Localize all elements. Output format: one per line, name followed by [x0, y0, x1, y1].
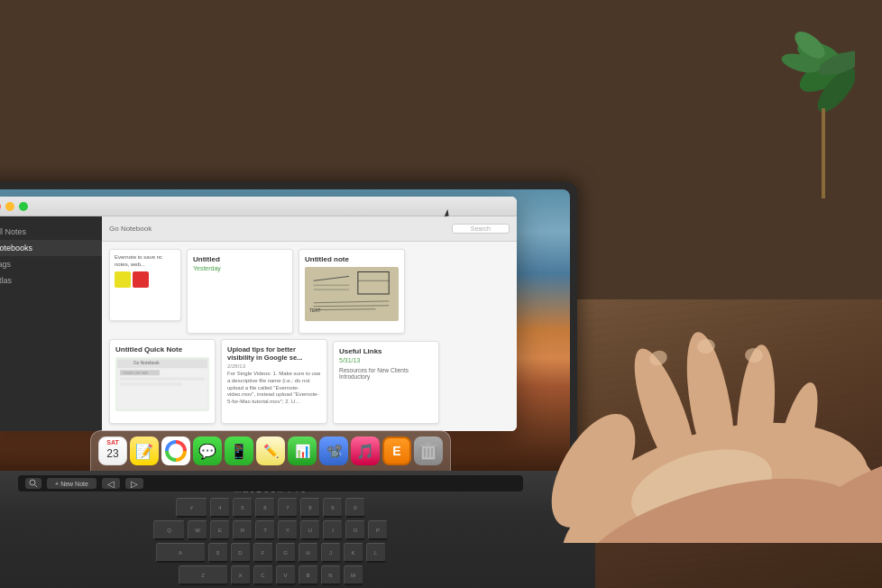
key-o[interactable]: O — [345, 520, 365, 540]
partial-note-topleft[interactable]: Evernote to save nc notes, web... — [109, 249, 181, 321]
key-0[interactable]: 0 — [345, 498, 365, 518]
toolbar-search[interactable]: Search — [452, 224, 510, 234]
key-a[interactable]: A — [156, 543, 206, 563]
key-i[interactable]: I — [323, 520, 343, 540]
key-hash[interactable]: # — [176, 498, 207, 518]
macbook-screen-outer: All Notes Notebooks Tags Atlas Go Notebo… — [0, 182, 577, 471]
sidebar-item-atlas[interactable]: Atlas — [0, 272, 102, 289]
macbook-screen-bezel: All Notes Notebooks Tags Atlas Go Notebo… — [0, 189, 570, 471]
keyboard: # 4 5 6 7 8 9 0 Q W E R T Y U I — [0, 498, 541, 588]
note-title-untitled-note: Untitled note — [305, 255, 399, 263]
note-card-quick-note[interactable]: Untitled Quick Note — [109, 339, 216, 424]
note-date-untitled: Yesterday — [193, 265, 287, 271]
svg-line-31 — [35, 485, 38, 488]
note-title-untitled: Untitled — [193, 255, 287, 263]
key-s[interactable]: S — [208, 543, 228, 563]
minimize-button[interactable] — [5, 202, 14, 211]
touch-bar-new-note[interactable]: + New Note — [47, 478, 96, 489]
note-date-upload-tips: 2/28/13 — [227, 363, 321, 369]
svg-rect-20 — [120, 382, 182, 386]
mac-dock: SAT 23 📝 — [90, 430, 451, 471]
sidebar-item-tags[interactable]: Tags — [0, 256, 102, 272]
key-n[interactable]: N — [321, 565, 341, 585]
key-b[interactable]: B — [299, 565, 318, 585]
note-date-useful-links: 5/31/13 — [339, 357, 433, 363]
key-j[interactable]: J — [321, 543, 341, 563]
key-9[interactable]: 9 — [323, 498, 343, 518]
key-f[interactable]: F — [253, 543, 273, 563]
dock-icon-facetime[interactable]: 📱 — [225, 436, 253, 465]
toolbar-view-label: Go Notebook — [109, 225, 152, 233]
svg-rect-26 — [426, 442, 431, 445]
notes-toolbar: Go Notebook Search — [102, 216, 517, 242]
plant-decoration — [765, 18, 855, 198]
key-8[interactable]: 8 — [300, 498, 320, 518]
window-titlebar — [0, 197, 517, 216]
touch-bar-search[interactable] — [25, 478, 41, 489]
sidebar-item-notebooks[interactable]: Notebooks — [0, 240, 102, 256]
dock-icon-notes[interactable]: 📝 — [130, 436, 159, 465]
key-g[interactable]: G — [276, 543, 296, 563]
svg-text:YOUR LIST WR: YOUR LIST WR — [123, 371, 148, 375]
dock-icon-notes2[interactable]: ✏️ — [256, 436, 285, 465]
key-m[interactable]: M — [344, 565, 363, 585]
note-title-useful-links: Useful Links — [339, 347, 433, 355]
dock-icon-keynote[interactable]: 📽️ — [319, 436, 348, 465]
key-7[interactable]: 7 — [278, 498, 298, 518]
touch-bar-back[interactable]: ◁ — [102, 478, 120, 489]
keyboard-row-asdf: A S D F G H J K L — [0, 543, 541, 563]
key-e[interactable]: E — [210, 520, 230, 540]
evernote-sidebar: All Notes Notebooks Tags Atlas — [0, 216, 102, 431]
key-w[interactable]: W — [188, 520, 207, 540]
key-k[interactable]: K — [344, 543, 363, 563]
key-v[interactable]: V — [276, 565, 296, 585]
dock-icon-numbers[interactable]: 📊 — [288, 436, 317, 465]
note-card-useful-links[interactable]: Useful Links 5/31/13 Resources for New C… — [333, 341, 439, 424]
touch-bar-forward[interactable]: ▷ — [125, 478, 143, 489]
keyboard-row-qwerty: Q W E R T Y U I O P — [0, 520, 541, 540]
maximize-button[interactable] — [19, 202, 28, 211]
key-c[interactable]: C — [253, 565, 273, 585]
note-preview-upload-tips: For Single Videos: 1. Make sure to use a… — [227, 371, 321, 406]
key-4[interactable]: 4 — [210, 498, 230, 518]
touch-bar[interactable]: + New Note ◁ ▷ — [18, 475, 523, 492]
note-card-untitled-note[interactable]: Untitled note — [299, 249, 405, 334]
note-image-sketch: TEXT — [305, 267, 399, 321]
key-q[interactable]: Q — [153, 520, 185, 540]
svg-line-7 — [314, 276, 349, 280]
scene: All Notes Notebooks Tags Atlas Go Notebo… — [0, 0, 882, 588]
svg-text:TEXT: TEXT — [309, 308, 321, 313]
svg-text:Go Notebook: Go Notebook — [133, 361, 160, 365]
notes-grid: Evernote to save nc notes, web... — [102, 242, 517, 431]
key-y[interactable]: Y — [278, 520, 298, 540]
dock-icon-evernote[interactable]: E — [382, 436, 411, 465]
key-x[interactable]: X — [231, 565, 251, 585]
key-l[interactable]: L — [366, 543, 386, 563]
note-card-upload-tips[interactable]: Upload tips for better visibility in Goo… — [221, 339, 327, 424]
keyboard-row-numbers: # 4 5 6 7 8 9 0 — [0, 498, 541, 518]
key-5[interactable]: 5 — [233, 498, 253, 518]
dock-icon-photos[interactable] — [161, 436, 190, 465]
dock-icon-calendar[interactable]: SAT 23 — [98, 436, 127, 465]
keyboard-row-zxcv: Z X C V B N M — [0, 565, 541, 585]
svg-rect-17 — [117, 360, 207, 369]
key-u[interactable]: U — [300, 520, 320, 540]
note-title-upload-tips: Upload tips for better visibility in Goo… — [227, 345, 321, 362]
key-p[interactable]: P — [368, 520, 388, 540]
dock-icon-messages[interactable]: 💬 — [193, 436, 222, 465]
key-6[interactable]: 6 — [255, 498, 275, 518]
dock-icon-music[interactable]: 🎵 — [351, 436, 380, 465]
macbook: All Notes Notebooks Tags Atlas Go Notebo… — [0, 182, 649, 588]
note-card-untitled[interactable]: Untitled Yesterday — [187, 249, 293, 334]
mac-desktop: All Notes Notebooks Tags Atlas Go Notebo… — [0, 189, 570, 471]
key-h[interactable]: H — [299, 543, 318, 563]
key-r[interactable]: R — [233, 520, 253, 540]
sidebar-item-notes[interactable]: All Notes — [0, 224, 102, 240]
key-t[interactable]: T — [255, 520, 275, 540]
key-d[interactable]: D — [231, 543, 251, 563]
evernote-window: All Notes Notebooks Tags Atlas Go Notebo… — [0, 197, 517, 431]
dock-icon-trash[interactable] — [414, 436, 443, 465]
svg-rect-10 — [358, 271, 389, 294]
key-z[interactable]: Z — [179, 565, 228, 585]
close-button[interactable] — [0, 202, 1, 211]
